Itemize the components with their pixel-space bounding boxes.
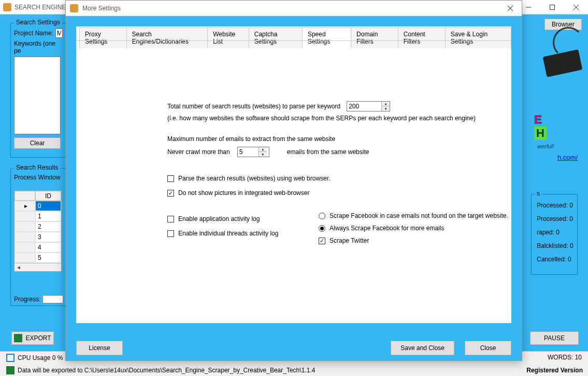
website-link[interactable]: h.com/: [557, 154, 578, 161]
dialog-title: More Settings: [82, 5, 499, 12]
dialog-panel: Proxy Settings Search Engines/Dictionari…: [76, 26, 511, 323]
search-settings-group: Search Settings Project Name: Keywords (…: [10, 23, 67, 158]
stat-processed: Processed: 0: [537, 202, 572, 209]
table-row[interactable]: ▸0: [15, 201, 61, 211]
export-button[interactable]: EXPORT: [11, 331, 54, 345]
scrape-twitter-label: Scrape Twitter: [329, 237, 369, 244]
thread-log-checkbox[interactable]: [167, 230, 174, 237]
keywords-count: WORDS: 10: [548, 354, 582, 361]
excel-icon: [14, 334, 22, 342]
scrape-twitter-checkbox[interactable]: [319, 238, 325, 244]
facebook-always-radio[interactable]: [319, 225, 325, 232]
table-row[interactable]: 4: [15, 242, 61, 253]
save-and-close-button[interactable]: Save and Close: [391, 341, 454, 355]
app-icon: [3, 3, 11, 11]
registered-version: Registered Version: [526, 367, 583, 374]
search-results-group: Search Results Process Window ID ▸0 1 2 …: [10, 168, 67, 306]
clear-button[interactable]: Clear: [14, 137, 61, 149]
total-results-input[interactable]: ▲▼: [347, 101, 390, 112]
dialog-close-button[interactable]: [499, 1, 522, 16]
table-row[interactable]: 2: [15, 221, 61, 232]
stat-scraped: raped: 0: [537, 229, 572, 236]
table-row[interactable]: 5: [15, 253, 61, 263]
app-log-label: Enable application activity log: [178, 215, 260, 222]
excel-icon: [6, 366, 15, 374]
facebook-not-found-radio[interactable]: [319, 213, 325, 219]
id-col-header: ID: [35, 191, 61, 201]
total-results-help: (i.e. how many websites the software sho…: [167, 115, 498, 122]
cpu-icon: [6, 354, 15, 362]
never-crawl-input[interactable]: ▲▼: [237, 147, 269, 157]
dialog-titlebar: More Settings: [66, 1, 522, 16]
spin-down-icon[interactable]: ▼: [259, 152, 267, 157]
spin-up-icon[interactable]: ▲: [382, 102, 390, 106]
max-emails-heading: Maximum number of emails to extract from…: [167, 135, 498, 143]
progress-label: Progress:: [14, 296, 40, 303]
thread-log-label: Enable individual threads activity log: [178, 230, 278, 237]
export-path: Data will be exported to C:\Users\e14ux\…: [18, 367, 315, 374]
total-results-label: Total number of search results (websites…: [167, 103, 340, 110]
keywords-label: Keywords (one pe: [14, 40, 62, 54]
search-settings-label: Search Settings: [14, 19, 62, 26]
never-crawl-after: emails from the same website: [287, 148, 369, 156]
stat-processed2: Processed: 0: [537, 215, 572, 222]
stat-cancelled: Cancelled: 0: [537, 256, 572, 263]
pause-button[interactable]: PAUSE: [530, 331, 579, 345]
close-button[interactable]: Close: [465, 341, 511, 355]
svg-rect-1: [550, 5, 555, 9]
spin-up-icon[interactable]: ▲: [259, 147, 267, 152]
row-header-col: [15, 191, 35, 201]
maximize-button[interactable]: [540, 0, 564, 15]
progress-bar: [42, 295, 63, 303]
table-row[interactable]: 1: [15, 211, 61, 221]
more-settings-dialog: More Settings Proxy Settings Search Engi…: [65, 0, 522, 361]
keywords-textarea[interactable]: [14, 57, 61, 134]
app-log-checkbox[interactable]: [167, 216, 174, 222]
results-table[interactable]: ID ▸0 1 2 3 4 5 ◄: [14, 190, 62, 272]
never-crawl-label: Never crawl more than: [167, 148, 230, 156]
dialog-icon: [70, 4, 78, 12]
project-name-label: Project Name:: [14, 30, 53, 37]
spin-down-icon[interactable]: ▼: [382, 106, 390, 111]
close-button[interactable]: [564, 0, 588, 15]
parse-browser-label: Parse the search results (websites) usin…: [178, 175, 330, 182]
horizontal-scrollbar[interactable]: ◄: [15, 263, 61, 271]
project-name-input[interactable]: [55, 29, 63, 38]
process-window-label: Process Window: [14, 174, 64, 181]
search-results-label: Search Results: [14, 164, 60, 171]
no-pictures-label: Do not show pictures in integrated web-b…: [178, 189, 309, 197]
stats-group: s Processed: 0 Processed: 0 raped: 0 Bal…: [531, 194, 578, 275]
logo-area: E H werful!: [534, 25, 585, 149]
stat-blacklisted: Balcklisted: 0: [537, 242, 572, 249]
cpu-usage: CPU Usage 0 %: [18, 354, 63, 361]
speed-settings-content: Total number of search results (websites…: [76, 44, 511, 323]
facebook-not-found-label: Scrape Facebook in case emails not found…: [329, 212, 508, 219]
parse-browser-checkbox[interactable]: [167, 175, 174, 182]
table-row[interactable]: 3: [15, 232, 61, 242]
license-button[interactable]: License: [76, 341, 123, 355]
facebook-always-label: Always Scrape Facebook for more emails: [329, 225, 444, 232]
no-pictures-checkbox[interactable]: [167, 190, 174, 197]
